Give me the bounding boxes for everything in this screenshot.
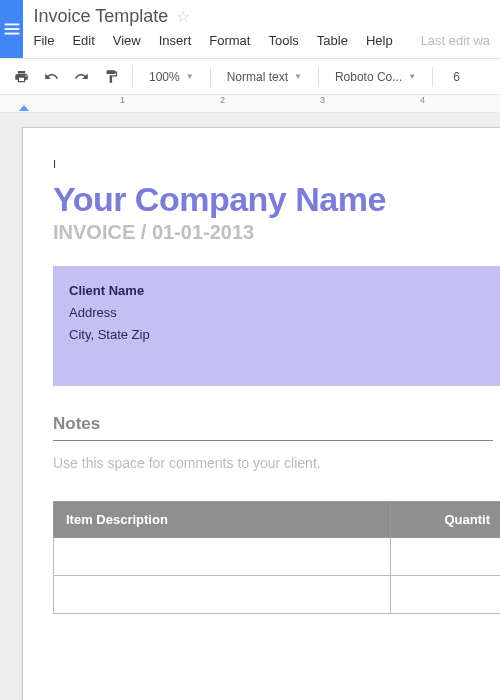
chevron-down-icon: ▼ xyxy=(294,72,302,81)
menu-format[interactable]: Format xyxy=(209,33,250,48)
undo-icon[interactable] xyxy=(38,64,64,90)
ruler-indent-marker[interactable] xyxy=(19,105,29,111)
last-edit-text: Last edit wa xyxy=(421,33,490,48)
menu-edit[interactable]: Edit xyxy=(72,33,94,48)
notes-placeholder-text[interactable]: Use this space for comments to your clie… xyxy=(53,455,500,471)
notes-divider xyxy=(53,440,493,441)
print-icon[interactable] xyxy=(8,64,34,90)
ruler-tick: 2 xyxy=(220,95,225,105)
chevron-down-icon: ▼ xyxy=(186,72,194,81)
company-name-heading[interactable]: Your Company Name xyxy=(53,180,500,219)
font-size-dropdown[interactable]: 6 xyxy=(441,64,472,90)
docs-app-icon[interactable] xyxy=(0,0,23,58)
invoice-subheading[interactable]: INVOICE / 01-01-2013 xyxy=(53,221,500,244)
menubar: File Edit View Insert Format Tools Table… xyxy=(33,33,490,48)
title-area: Invoice Template ☆ File Edit View Insert… xyxy=(23,0,500,52)
toolbar-separator xyxy=(432,67,433,87)
paint-format-icon[interactable] xyxy=(98,64,124,90)
star-icon[interactable]: ☆ xyxy=(176,7,190,26)
table-row[interactable] xyxy=(54,538,501,576)
client-info-box[interactable]: Client Name Address City, State Zip xyxy=(53,266,500,386)
client-name: Client Name xyxy=(69,280,487,302)
ruler-tick: 1 xyxy=(120,95,125,105)
chevron-down-icon: ▼ xyxy=(408,72,416,81)
table-row[interactable] xyxy=(54,576,501,614)
table-header-row: Item Description Quantit xyxy=(54,502,501,538)
style-dropdown[interactable]: Normal text▼ xyxy=(219,64,310,90)
notes-heading[interactable]: Notes xyxy=(53,414,500,434)
document-page[interactable]: I Your Company Name INVOICE / 01-01-2013… xyxy=(22,127,500,700)
toolbar-separator xyxy=(132,67,133,87)
menu-file[interactable]: File xyxy=(33,33,54,48)
column-quantity: Quantit xyxy=(390,502,500,538)
document-canvas[interactable]: I Your Company Name INVOICE / 01-01-2013… xyxy=(0,113,500,700)
toolbar: 100%▼ Normal text▼ Roboto Co...▼ 6 xyxy=(0,59,500,95)
menu-view[interactable]: View xyxy=(113,33,141,48)
menu-table[interactable]: Table xyxy=(317,33,348,48)
invoice-label: INVOICE xyxy=(53,221,135,243)
client-address: Address xyxy=(69,302,487,324)
ruler-tick: 4 xyxy=(420,95,425,105)
client-city-state-zip: City, State Zip xyxy=(69,324,487,346)
column-item-description: Item Description xyxy=(54,502,391,538)
toolbar-separator xyxy=(318,67,319,87)
items-table[interactable]: Item Description Quantit xyxy=(53,501,500,614)
svg-rect-0 xyxy=(4,24,19,26)
toolbar-separator xyxy=(210,67,211,87)
ruler-tick: 3 xyxy=(320,95,325,105)
document-title[interactable]: Invoice Template xyxy=(33,6,168,27)
svg-rect-2 xyxy=(4,33,19,35)
menu-help[interactable]: Help xyxy=(366,33,393,48)
app-header: Invoice Template ☆ File Edit View Insert… xyxy=(0,0,500,59)
horizontal-ruler[interactable]: 1 2 3 4 xyxy=(0,95,500,113)
zoom-dropdown[interactable]: 100%▼ xyxy=(141,64,202,90)
svg-rect-1 xyxy=(4,28,19,30)
text-cursor: I xyxy=(53,158,500,170)
menu-insert[interactable]: Insert xyxy=(159,33,192,48)
font-dropdown[interactable]: Roboto Co...▼ xyxy=(327,64,424,90)
invoice-separator: / xyxy=(135,221,152,243)
menu-tools[interactable]: Tools xyxy=(268,33,298,48)
invoice-date: 01-01-2013 xyxy=(152,221,254,243)
redo-icon[interactable] xyxy=(68,64,94,90)
